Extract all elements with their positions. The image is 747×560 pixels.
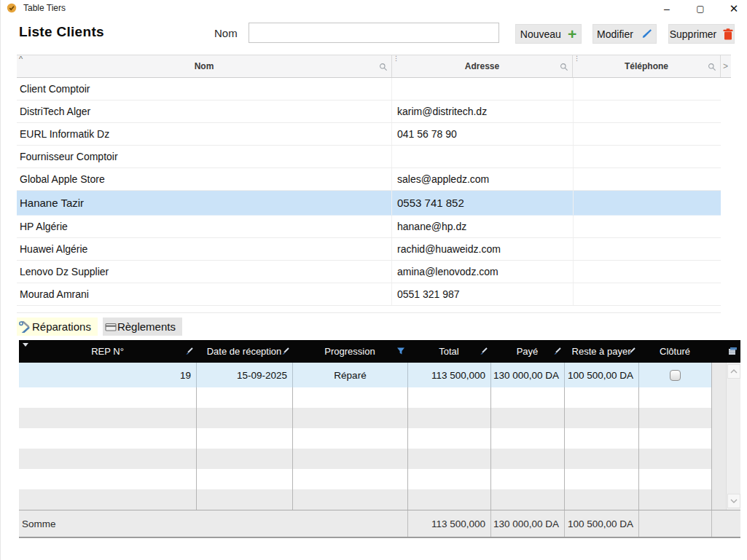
cell-telephone[interactable] bbox=[574, 123, 721, 145]
trash-icon bbox=[723, 28, 733, 40]
delete-button[interactable]: Supprimer bbox=[668, 24, 735, 44]
column-header-telephone[interactable]: ⋮ Téléphone bbox=[573, 55, 721, 77]
cell-date[interactable]: 15-09-2025 bbox=[196, 363, 292, 387]
page-title: Liste Clients bbox=[19, 24, 104, 40]
search-icon[interactable] bbox=[560, 63, 568, 71]
table-row[interactable]: Fournisseur Comptoir bbox=[17, 146, 721, 168]
table-row[interactable]: Client Comptoir bbox=[17, 78, 721, 100]
table-row[interactable]: EURL Informatik Dz 041 56 78 90 bbox=[17, 123, 721, 146]
edit-filter-icon[interactable] bbox=[552, 347, 562, 356]
tab-reparations[interactable]: Réparations bbox=[17, 318, 98, 336]
cell-telephone[interactable] bbox=[574, 191, 721, 215]
header-filler bbox=[711, 340, 740, 363]
cell-telephone[interactable] bbox=[574, 168, 721, 190]
cell-nom[interactable]: Lenovo Dz Supplier bbox=[17, 261, 392, 283]
tab-label: Réparations bbox=[32, 320, 91, 333]
cell-telephone[interactable] bbox=[574, 216, 721, 237]
partial-row bbox=[17, 306, 721, 313]
cell-adresse[interactable]: sales@appledz.com bbox=[392, 168, 574, 190]
column-header-adresse[interactable]: ⋮ Adresse bbox=[392, 55, 573, 77]
summary-total: 113 500,000 bbox=[407, 510, 490, 537]
edit-filter-icon[interactable] bbox=[479, 347, 488, 356]
cell-telephone[interactable] bbox=[574, 261, 721, 283]
empty-row bbox=[19, 428, 726, 449]
cell-adresse[interactable] bbox=[392, 146, 574, 167]
cell-nom[interactable]: Client Comptoir bbox=[17, 78, 392, 100]
cell-adresse[interactable] bbox=[392, 78, 574, 100]
cell-reste[interactable]: 100 500,00 DA bbox=[564, 363, 638, 387]
scroll-down-icon[interactable] bbox=[727, 494, 740, 508]
row-filler bbox=[711, 363, 726, 387]
cell-nom[interactable]: Fournisseur Comptoir bbox=[17, 146, 392, 167]
tab-reglements[interactable]: Règlements bbox=[103, 318, 182, 336]
table-row[interactable]: Global Apple Store sales@appledz.com bbox=[17, 168, 721, 191]
search-input[interactable] bbox=[249, 23, 499, 43]
column-chooser-icon[interactable] bbox=[727, 346, 738, 356]
column-label: Payé bbox=[517, 346, 539, 357]
cell-adresse[interactable]: rachid@huaweidz.com bbox=[392, 238, 574, 260]
cell-nom[interactable]: EURL Informatik Dz bbox=[17, 123, 392, 145]
column-header-cloture[interactable]: Clôturé bbox=[638, 340, 711, 363]
search-label: Nom bbox=[214, 27, 238, 39]
cell-nom[interactable]: Hanane Tazir bbox=[17, 191, 392, 215]
column-header-paye[interactable]: Payé bbox=[490, 340, 564, 363]
sort-asc-icon: ^ bbox=[19, 55, 23, 63]
clients-table: ^ Nom ⋮ Adresse ⋮ Téléphone bbox=[17, 55, 731, 313]
column-label: Progression bbox=[324, 346, 375, 357]
column-header-nom[interactable]: ^ Nom bbox=[17, 55, 392, 77]
column-header-rep-no[interactable]: REP N° bbox=[19, 340, 196, 363]
cell-adresse[interactable]: amina@lenovodz.com bbox=[392, 261, 574, 283]
cloture-checkbox[interactable] bbox=[670, 370, 681, 381]
repair-row-selected[interactable]: 19 15-09-2025 Réparé 113 500,000 130 000… bbox=[19, 363, 726, 387]
cell-adresse[interactable]: 0551 321 987 bbox=[392, 283, 574, 305]
maximize-icon[interactable]: ▢ bbox=[687, 0, 713, 17]
cell-adresse[interactable]: 041 56 78 90 bbox=[392, 123, 574, 145]
table-row[interactable]: Huawei Algérie rachid@huaweidz.com bbox=[17, 238, 721, 261]
table-row[interactable]: DistriTech Alger karim@distritech.dz bbox=[17, 100, 721, 123]
cell-total[interactable]: 113 500,000 bbox=[407, 363, 490, 387]
table-row[interactable]: Lenovo Dz Supplier amina@lenovodz.com bbox=[17, 261, 721, 283]
cell-telephone[interactable] bbox=[574, 238, 721, 260]
column-header-progression[interactable]: Progression bbox=[292, 340, 407, 363]
column-header-total[interactable]: Total bbox=[407, 340, 490, 363]
column-header-reste[interactable]: Reste à payer bbox=[564, 340, 638, 363]
edit-filter-icon[interactable] bbox=[184, 347, 194, 356]
clients-table-header: ^ Nom ⋮ Adresse ⋮ Téléphone bbox=[17, 55, 731, 78]
edit-button[interactable]: Modifier bbox=[592, 24, 657, 44]
search-icon[interactable] bbox=[708, 63, 716, 71]
cell-adresse[interactable]: 0553 741 852 bbox=[392, 191, 574, 215]
scroll-up-icon[interactable] bbox=[727, 364, 740, 379]
edit-filter-icon[interactable] bbox=[627, 347, 636, 356]
credit-card-icon bbox=[105, 322, 117, 332]
cell-rep-no[interactable]: 19 bbox=[19, 363, 196, 387]
close-icon[interactable]: ✕ bbox=[721, 0, 747, 17]
cell-paye[interactable]: 130 000,00 DA bbox=[490, 363, 564, 387]
column-header-date[interactable]: Date de réception bbox=[196, 340, 292, 363]
table-row[interactable]: HP Algérie hanane@hp.dz bbox=[17, 216, 721, 238]
new-button-label: Nouveau bbox=[520, 28, 561, 40]
cell-telephone[interactable] bbox=[574, 283, 721, 305]
cell-nom[interactable]: DistriTech Alger bbox=[17, 100, 392, 122]
new-button[interactable]: Nouveau + bbox=[515, 24, 582, 44]
table-row[interactable]: Mourad Amrani 0551 321 987 bbox=[17, 283, 721, 306]
cell-adresse[interactable]: hanane@hp.dz bbox=[392, 216, 574, 237]
minimize-icon[interactable]: – bbox=[654, 0, 680, 17]
cell-progression[interactable]: Réparé bbox=[292, 363, 407, 387]
vertical-scrollbar[interactable] bbox=[726, 363, 740, 510]
tab-label: Règlements bbox=[117, 320, 176, 333]
cell-adresse[interactable]: karim@distritech.dz bbox=[392, 100, 574, 122]
cell-nom[interactable]: Mourad Amrani bbox=[17, 283, 392, 305]
more-columns-icon[interactable]: > bbox=[721, 55, 730, 77]
search-icon[interactable] bbox=[379, 63, 388, 71]
cell-nom[interactable]: HP Algérie bbox=[17, 216, 392, 237]
edit-filter-icon[interactable] bbox=[281, 347, 290, 356]
cell-telephone[interactable] bbox=[574, 78, 721, 100]
table-row-selected[interactable]: Hanane Tazir 0553 741 852 bbox=[17, 191, 721, 216]
filter-funnel-icon[interactable] bbox=[396, 347, 405, 355]
cell-telephone[interactable] bbox=[574, 146, 721, 167]
window-title: Table Tiers bbox=[23, 3, 66, 13]
cell-nom[interactable]: Huawei Algérie bbox=[17, 238, 392, 260]
cell-telephone[interactable] bbox=[574, 100, 721, 122]
column-handle-icon: ⋮ bbox=[574, 55, 580, 62]
cell-nom[interactable]: Global Apple Store bbox=[17, 168, 392, 190]
